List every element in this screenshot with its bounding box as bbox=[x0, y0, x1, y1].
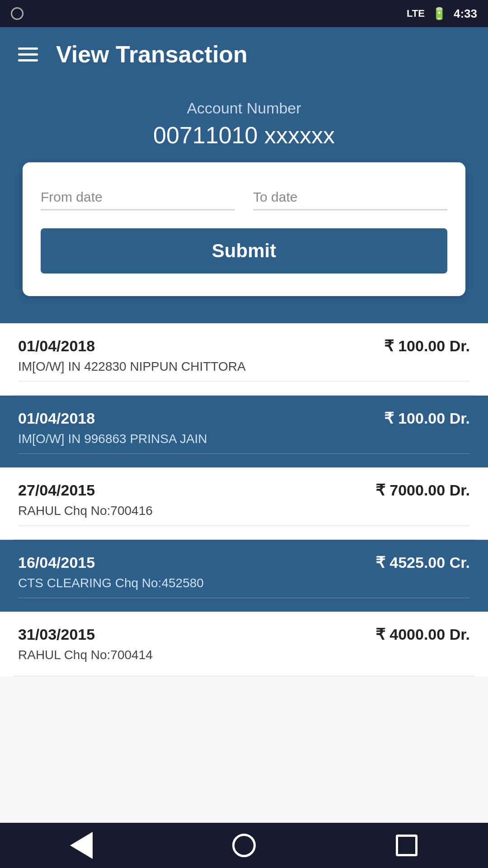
transaction-amount: ₹ 100.00 Dr. bbox=[384, 409, 470, 427]
account-number: 00711010 xxxxxx bbox=[153, 122, 335, 149]
transaction-item[interactable]: 31/03/2015 ₹ 4000.00 Dr. RAHUL Chq No:70… bbox=[14, 612, 474, 676]
transaction-row-top: 16/04/2015 ₹ 4525.00 Cr. bbox=[18, 553, 470, 571]
transaction-desc: RAHUL Chq No:700414 bbox=[18, 648, 470, 662]
back-icon bbox=[70, 832, 93, 859]
time-display: 4:33 bbox=[454, 7, 477, 21]
submit-button[interactable]: Submit bbox=[41, 228, 447, 274]
transactions-section: 01/04/2018 ₹ 100.00 Dr. IM[O/W] IN 42283… bbox=[0, 323, 488, 676]
to-date-input[interactable] bbox=[253, 185, 447, 210]
transaction-date: 01/04/2018 bbox=[18, 337, 95, 355]
from-date-input[interactable] bbox=[41, 185, 235, 210]
transaction-item-highlighted[interactable]: 01/04/2018 ₹ 100.00 Dr. IM[O/W] IN 99686… bbox=[0, 396, 488, 467]
transaction-amount: ₹ 7000.00 Dr. bbox=[375, 481, 470, 499]
back-button[interactable] bbox=[68, 832, 95, 859]
transaction-row-top: 31/03/2015 ₹ 4000.00 Dr. bbox=[18, 625, 470, 643]
home-icon bbox=[232, 834, 256, 857]
transaction-amount: ₹ 4000.00 Dr. bbox=[375, 625, 470, 643]
recent-button[interactable] bbox=[393, 832, 420, 859]
battery-icon: 🔋 bbox=[432, 7, 446, 21]
status-bar: LTE 🔋 4:33 bbox=[0, 0, 488, 27]
transaction-amount: ₹ 4525.00 Cr. bbox=[375, 553, 470, 571]
transaction-desc: IM[O/W] IN 996863 PRINSA JAIN bbox=[18, 432, 470, 446]
menu-icon[interactable] bbox=[18, 47, 38, 61]
transaction-item[interactable]: 01/04/2018 ₹ 100.00 Dr. IM[O/W] IN 42283… bbox=[14, 323, 474, 396]
transaction-row-top: 01/04/2018 ₹ 100.00 Dr. bbox=[18, 337, 470, 355]
bottom-nav bbox=[0, 823, 488, 868]
transaction-divider bbox=[18, 453, 470, 454]
status-right: LTE 🔋 4:33 bbox=[407, 7, 477, 21]
transaction-amount: ₹ 100.00 Dr. bbox=[384, 337, 470, 355]
from-date-wrapper bbox=[41, 185, 235, 210]
transaction-desc: CTS CLEARING Chq No:452580 bbox=[18, 576, 470, 590]
transaction-desc: RAHUL Chq No:700416 bbox=[18, 504, 470, 518]
transaction-row-top: 27/04/2015 ₹ 7000.00 Dr. bbox=[18, 481, 470, 499]
home-button[interactable] bbox=[230, 832, 258, 859]
transaction-date: 31/03/2015 bbox=[18, 626, 95, 643]
transaction-item[interactable]: 27/04/2015 ₹ 7000.00 Dr. RAHUL Chq No:70… bbox=[14, 467, 474, 540]
signal-icon bbox=[11, 7, 23, 20]
transaction-row-top: 01/04/2018 ₹ 100.00 Dr. bbox=[18, 409, 470, 427]
page-title: View Transaction bbox=[56, 41, 248, 68]
status-left bbox=[11, 7, 23, 20]
transaction-desc: IM[O/W] IN 422830 NIPPUN CHITTORA bbox=[18, 359, 470, 374]
to-date-wrapper bbox=[253, 185, 447, 210]
transaction-divider bbox=[18, 525, 470, 526]
transaction-date: 16/04/2015 bbox=[18, 554, 95, 571]
nav-bar: View Transaction bbox=[0, 27, 488, 81]
account-label: Account Number bbox=[187, 99, 301, 117]
transaction-date: 01/04/2018 bbox=[18, 410, 95, 427]
transaction-divider bbox=[18, 381, 470, 382]
transaction-date: 27/04/2015 bbox=[18, 481, 95, 499]
filter-card: Submit bbox=[23, 162, 465, 296]
account-header: Account Number 00711010 xxxxxx Submit bbox=[0, 81, 488, 323]
lte-icon: LTE bbox=[407, 8, 425, 19]
transaction-item-highlighted[interactable]: 16/04/2015 ₹ 4525.00 Cr. CTS CLEARING Ch… bbox=[0, 540, 488, 612]
transaction-divider bbox=[18, 598, 470, 598]
date-inputs bbox=[41, 185, 447, 210]
recent-icon bbox=[396, 835, 418, 856]
